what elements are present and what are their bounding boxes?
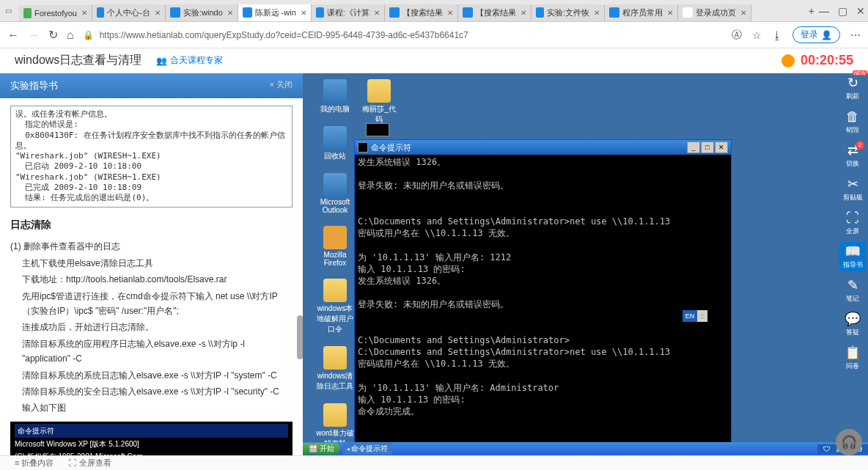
start-button[interactable]: 🪟 开始 xyxy=(303,443,340,455)
lock-icon: 🔒 xyxy=(83,30,94,40)
step-line: 下载地址：http://tools.hetianlab.com/tools/El… xyxy=(22,272,293,287)
browser-tab[interactable]: 【搜索结果✕ xyxy=(458,4,532,21)
cmd-screenshot: 命令提示符 Microsoft Windows XP [版本 5.1.2600]… xyxy=(10,422,293,455)
tab-close-icon[interactable]: ✕ xyxy=(227,9,233,17)
url-text: https://www.hetianlab.com/queryExpStudy.… xyxy=(100,30,468,40)
new-tab-button[interactable]: + xyxy=(809,5,814,17)
desktop-icon[interactable]: 回收站 xyxy=(316,126,354,161)
scrollbar-thumb[interactable] xyxy=(297,315,303,359)
taskbar-item-cmd[interactable]: ▪ 命令提示符 xyxy=(343,443,393,455)
close-window-icon[interactable]: ✕ xyxy=(856,5,865,17)
clock-icon xyxy=(781,54,795,67)
desktop-icon[interactable]: Microsoft Outlook xyxy=(316,173,354,214)
step-line: 连接成功后，开始进行日志清除。 xyxy=(22,320,293,334)
desktop-icon[interactable]: Mozilla Firefox xyxy=(316,226,354,267)
browser-tab[interactable]: 个人中心-台✕ xyxy=(92,4,166,21)
collapse-button[interactable]: ≡ 折叠内容 xyxy=(15,458,54,469)
step-line: 清除目标系统的应用程序日志输入elsave.exe -s \\对方ip -l "… xyxy=(22,337,293,367)
browser-tab[interactable]: Forestofyou✕ xyxy=(19,5,92,21)
minimize-icon[interactable]: — xyxy=(819,5,829,17)
step-line: 输入如下图 xyxy=(22,400,293,415)
tab-close-icon[interactable]: ✕ xyxy=(301,9,306,17)
reader-icon[interactable]: Ⓐ xyxy=(732,29,742,42)
favorite-icon[interactable]: ☆ xyxy=(752,29,762,41)
cmd-titlebar[interactable]: 命令提示符 _ □ ✕ xyxy=(355,140,731,155)
browser-tab[interactable]: 课程:《计算✕ xyxy=(312,4,385,21)
home-icon[interactable]: ⌂ xyxy=(67,29,74,42)
cmd-close-icon[interactable]: ✕ xyxy=(715,142,728,153)
cmd-window[interactable]: 命令提示符 _ □ ✕ 发生系统错误 1326。 登录失败: 未知的用户名或错误… xyxy=(354,139,732,453)
countdown-timer: 00:20:55 xyxy=(801,53,853,68)
toolbar-刷新[interactable]: ↻刷新 xyxy=(839,73,866,103)
browser-tab[interactable]: 实验:文件恢✕ xyxy=(532,4,605,21)
toolbar-销毁[interactable]: 🗑销毁 xyxy=(839,107,866,136)
bottom-bar: ≡ 折叠内容 ⛶ 全屏查看 xyxy=(0,455,868,470)
tab-close-icon[interactable]: ✕ xyxy=(740,9,746,17)
section-subheading: (1) 删除事件查看器中的日志 xyxy=(10,239,293,254)
desktop-icon[interactable]: windows本地破解用户口令 xyxy=(316,279,354,334)
desktop-icon[interactable]: 我的电脑 xyxy=(316,79,354,114)
back-icon[interactable]: ← xyxy=(7,29,19,42)
tab-overview-icon[interactable]: ▭ xyxy=(3,6,13,16)
tab-close-icon[interactable]: ✕ xyxy=(155,9,161,17)
browser-titlebar: ▭ Forestofyou✕个人中心-台✕实验:windo✕陈新远 -win✕课… xyxy=(0,0,868,22)
forward-icon[interactable]: → xyxy=(28,29,40,42)
download-icon[interactable]: ⭳ xyxy=(772,29,782,41)
desktop-icon[interactable]: 梅丽莎_代码 xyxy=(360,79,398,125)
remote-desktop[interactable]: 我的电脑回收站Microsoft OutlookMozilla Firefoxw… xyxy=(303,73,868,455)
browser-tab[interactable]: 登录成功页✕ xyxy=(678,4,751,21)
tab-close-icon[interactable]: ✕ xyxy=(667,9,673,17)
browser-tab[interactable]: 程序员常用✕ xyxy=(605,4,678,21)
tab-close-icon[interactable]: ✕ xyxy=(374,9,380,17)
browser-tab[interactable]: 【搜索结果✕ xyxy=(385,4,458,21)
menu-icon[interactable]: ⋯ xyxy=(850,29,861,41)
browser-tab[interactable]: 陈新远 -win✕ xyxy=(238,4,312,21)
login-button[interactable]: 登录 👤 xyxy=(792,26,840,43)
step-line: 主机下载使用elsave清除日志工具 xyxy=(22,256,293,271)
tab-close-icon[interactable]: ✕ xyxy=(447,9,453,17)
ime-indicator[interactable]: EN : xyxy=(683,310,707,322)
cmd-icon xyxy=(358,142,368,153)
toolbar-笔记[interactable]: ✎笔记 xyxy=(839,276,866,305)
right-toolbar: ↻刷新🗑销毁⇄切换✂剪贴板⛶全屏📖指导书✎笔记💬答疑📋问卷 xyxy=(837,73,868,372)
page-title: windows日志查看与清理 xyxy=(15,53,141,68)
cmd-mini-window[interactable] xyxy=(366,123,389,136)
maximize-icon[interactable]: ▢ xyxy=(838,5,847,17)
taskbar[interactable]: 🪟 开始 ▪ 命令提示符 🛡🔊9:39 xyxy=(303,442,868,455)
toolbar-问卷[interactable]: 📋问卷 xyxy=(839,343,866,372)
toolbar-全屏[interactable]: ⛶全屏 xyxy=(839,208,866,238)
page-header: windows日志查看与清理 👥 合天课程专家 00:20:55 xyxy=(0,48,868,73)
tab-close-icon[interactable]: ✕ xyxy=(594,9,600,17)
section-heading: 日志清除 xyxy=(10,216,293,234)
toolbar-剪贴板[interactable]: ✂剪贴板 xyxy=(839,175,866,204)
step-line: 先用ipc$管道进行连接，在cmd命令提示符下输入 net use \\对方IP… xyxy=(22,289,293,319)
cmd-output[interactable]: 发生系统错误 1326。 登录失败: 未知的用户名或错误密码。 C:\Docum… xyxy=(355,155,731,455)
url-box[interactable]: 🔒 https://www.hetianlab.com/queryExpStud… xyxy=(83,30,723,40)
toolbar-指导书[interactable]: 📖指导书 xyxy=(839,242,866,271)
tab-close-icon[interactable]: ✕ xyxy=(521,9,526,17)
guide-panel: 实验指导书 × 关闭 误。或任务没有帐户信息。 指定的错误是: 0x800413… xyxy=(0,73,303,455)
help-button[interactable]: 🎧 xyxy=(836,429,862,455)
step-line: 清除目标系统的系统日志输入elsave.exe -s \\对方IP -l "sy… xyxy=(22,368,293,383)
step-line: 清除目标系统的安全日志输入elsave.exe -s \\对方IP -l "se… xyxy=(22,384,293,399)
guide-body[interactable]: 误。或任务没有帐户信息。 指定的错误是: 0x8004130F: 在任务计划程序… xyxy=(0,98,303,455)
reload-icon[interactable]: ↻ xyxy=(48,28,58,42)
cmd-max-icon[interactable]: □ xyxy=(701,142,714,153)
guide-title: 实验指导书 xyxy=(10,79,58,92)
guide-close-button[interactable]: × 关闭 xyxy=(270,79,293,92)
browser-tab[interactable]: 实验:windo✕ xyxy=(166,4,238,21)
tab-close-icon[interactable]: ✕ xyxy=(81,9,87,17)
tab-strip: Forestofyou✕个人中心-台✕实验:windo✕陈新远 -win✕课程:… xyxy=(19,1,804,21)
desktop-icon[interactable]: windows清除日志工具 xyxy=(316,346,354,392)
expert-badge[interactable]: 👥 合天课程专家 xyxy=(156,54,223,67)
steps-list: 主机下载使用elsave清除日志工具下载地址：http://tools.heti… xyxy=(10,256,293,416)
cmd-min-icon[interactable]: _ xyxy=(687,142,700,153)
toolbar-切换[interactable]: ⇄切换 xyxy=(839,141,866,170)
fullscreen-button[interactable]: ⛶ 全屏查看 xyxy=(68,458,111,469)
toolbar-答疑[interactable]: 💬答疑 xyxy=(839,309,866,339)
address-bar: ← → ↻ ⌂ 🔒 https://www.hetianlab.com/quer… xyxy=(0,22,868,48)
log-snippet: 误。或任务没有帐户信息。 指定的错误是: 0x8004130F: 在任务计划程序… xyxy=(10,106,293,208)
